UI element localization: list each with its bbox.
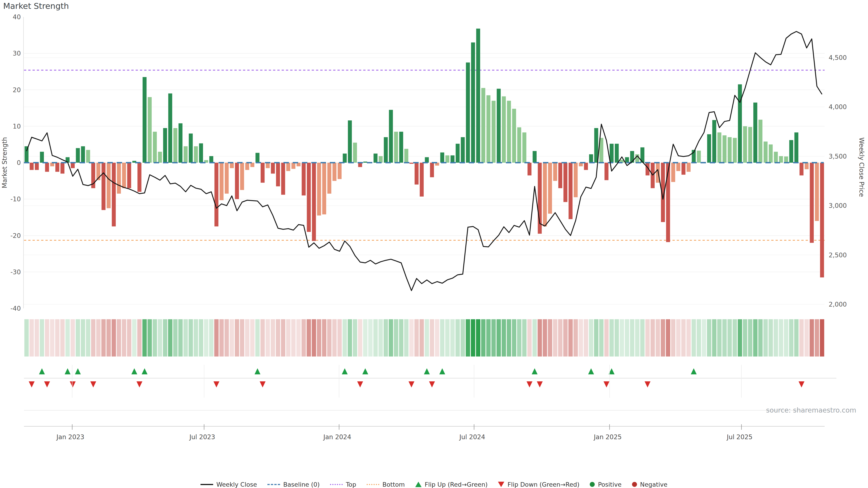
legend-label: Weekly Close xyxy=(216,481,257,488)
flip-down-marker xyxy=(799,381,804,387)
x-tick-label: Jul 2023 xyxy=(189,433,215,441)
heatmap-cell xyxy=(117,319,121,357)
market-strength-chart: Jan 2023Jul 2023Jan 2024Jul 2024Jan 2025… xyxy=(0,0,868,488)
heatmap-cell xyxy=(296,319,301,357)
heatmap-cell xyxy=(338,319,342,357)
strength-bar xyxy=(682,163,686,175)
heatmap-cell xyxy=(260,319,265,357)
heatmap-cell xyxy=(50,319,54,357)
left-tick-label: -10 xyxy=(10,195,21,203)
flip-down-marker xyxy=(645,381,651,387)
heatmap-cell xyxy=(194,319,198,357)
flip-up-marker xyxy=(424,368,430,375)
strength-bar xyxy=(543,163,547,226)
heatmap-cell xyxy=(286,319,290,357)
legend-item-positive: Positive xyxy=(590,481,621,488)
heatmap-cell xyxy=(645,319,650,357)
strength-bar xyxy=(753,103,757,163)
strength-bar xyxy=(727,137,732,163)
strength-bar xyxy=(712,120,716,163)
strength-bar xyxy=(338,163,342,179)
heatmap-cell xyxy=(568,319,572,357)
strength-bar xyxy=(625,157,629,163)
heatmap-cell xyxy=(332,319,337,357)
heatmap-cell xyxy=(358,319,362,357)
strength-bar xyxy=(697,151,701,163)
heatmap-cell xyxy=(122,319,126,357)
strength-bar xyxy=(743,126,747,163)
flip-up-marker xyxy=(532,368,537,375)
strength-bar xyxy=(440,153,444,163)
left-tick-label: 20 xyxy=(13,86,21,94)
heatmap-cell xyxy=(101,319,105,357)
heatmap-cell xyxy=(245,319,249,357)
strength-bar xyxy=(774,152,778,163)
legend-label: Positive xyxy=(598,481,621,488)
strength-bar xyxy=(733,138,737,163)
strength-bar xyxy=(271,163,275,173)
heatmap-cell xyxy=(106,319,111,357)
left-tick-label: -20 xyxy=(10,232,21,239)
baseline-dash-swatch-icon xyxy=(268,484,280,485)
strength-bar xyxy=(769,144,773,163)
strength-bar xyxy=(374,154,378,163)
source-credit: source: sharemaestro.com xyxy=(766,406,856,414)
strength-bar xyxy=(112,163,116,226)
strength-bar xyxy=(779,156,783,163)
heatmap-cell xyxy=(661,319,665,357)
strength-bar xyxy=(40,152,44,163)
strength-bar xyxy=(163,128,167,163)
heatmap-cell xyxy=(235,319,239,357)
heatmap-cell xyxy=(224,319,229,357)
strength-bar xyxy=(363,162,367,163)
flip-up-marker xyxy=(342,368,348,375)
legend-label: Baseline (0) xyxy=(283,481,320,488)
heatmap-cell xyxy=(132,319,136,357)
strength-bar xyxy=(266,163,270,168)
legend-item-weekly-close: Weekly Close xyxy=(200,481,257,488)
heatmap-cell xyxy=(240,319,244,357)
market-strength-dashboard: Market Strength Jan 2023Jul 2023Jan 2024… xyxy=(0,0,868,488)
strength-bar xyxy=(86,150,90,163)
heatmap-cell xyxy=(276,319,280,357)
flip-up-marker xyxy=(254,368,260,375)
heatmap-cell xyxy=(70,319,75,357)
bottom-dotted-swatch-icon xyxy=(367,484,379,485)
heatmap-cell xyxy=(537,319,542,357)
heatmap-cell xyxy=(666,319,670,357)
strength-bar xyxy=(425,157,429,163)
heatmap-cell xyxy=(322,319,327,357)
strength-bar xyxy=(137,163,142,192)
x-tick-label: Jul 2025 xyxy=(726,433,752,441)
heatmap-cell xyxy=(543,319,547,357)
strength-bar xyxy=(215,163,219,226)
strength-bar xyxy=(101,163,105,210)
heatmap-cell xyxy=(209,319,213,357)
strength-bar xyxy=(805,163,809,169)
heatmap-cell xyxy=(712,319,716,357)
legend-item-bottom: Bottom xyxy=(367,481,405,488)
strength-bar xyxy=(255,153,259,163)
strength-bar xyxy=(589,154,593,163)
strength-bar xyxy=(399,132,403,163)
heatmap-cell xyxy=(91,319,95,357)
heatmap-cell xyxy=(676,319,680,357)
strength-bar xyxy=(794,132,798,163)
heatmap-cell xyxy=(491,319,496,357)
heatmap-cell xyxy=(55,319,59,357)
strength-bar xyxy=(404,149,408,163)
heatmap-cell xyxy=(748,319,752,357)
strength-bar xyxy=(584,163,588,170)
heatmap-cell xyxy=(784,319,788,357)
heatmap-cell xyxy=(707,319,711,357)
heatmap-cell xyxy=(317,319,321,357)
heatmap-cell xyxy=(445,319,450,357)
x-tick-label: Jan 2024 xyxy=(323,433,351,441)
strength-bar xyxy=(307,163,311,232)
strength-bar xyxy=(568,163,572,219)
strength-bar xyxy=(502,96,506,163)
right-tick-label: 2,000 xyxy=(829,301,847,308)
heatmap-cell xyxy=(348,319,352,357)
heatmap-cell xyxy=(163,319,167,357)
right-tick-label: 2,500 xyxy=(829,252,847,259)
